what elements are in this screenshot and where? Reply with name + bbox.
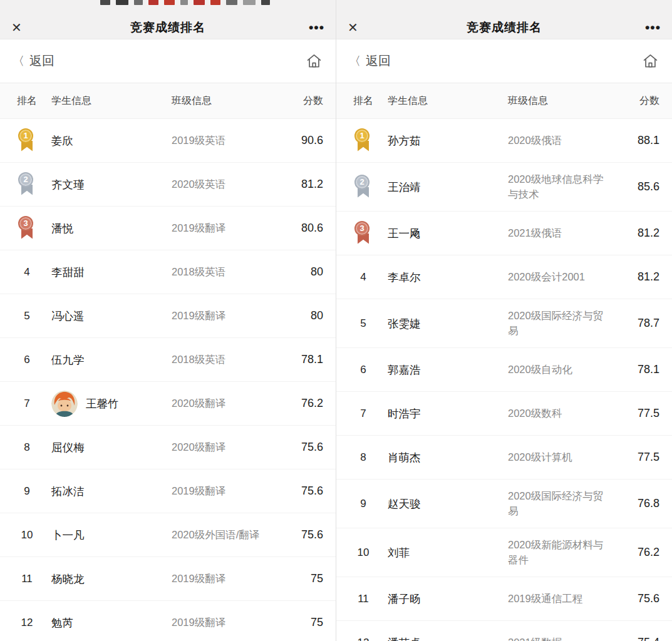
dual-screenshot-canvas: ✕ 竞赛成绩排名 ••• 〈 返回 排名 学生信息 班级信息 分数	[0, 0, 672, 641]
student-name: 王一飏	[388, 226, 421, 241]
score-value: 75	[273, 616, 323, 629]
rank-cell: 10	[13, 529, 41, 541]
header-class: 班级信息	[172, 95, 273, 108]
score-value: 75.6	[273, 528, 323, 541]
score-value: 76.2	[609, 546, 659, 559]
student-cell: 姜欣	[41, 133, 172, 148]
table-header: 排名 学生信息 班级信息 分数	[0, 83, 336, 119]
home-icon[interactable]	[304, 52, 323, 71]
status-strip	[0, 0, 336, 16]
class-info: 2019级翻译	[172, 221, 273, 236]
student-cell: 王馨竹	[41, 391, 172, 417]
student-cell: 潘悦	[41, 221, 172, 236]
score-value: 80	[273, 309, 323, 322]
score-value: 75.6	[273, 441, 323, 454]
cropped-banner-content	[100, 0, 270, 5]
table-row: 5 张雯婕 2020级国际经济与贸易 78.7	[336, 299, 672, 348]
class-info: 2020级翻译	[172, 396, 273, 411]
home-icon[interactable]	[641, 52, 659, 71]
student-cell: 郭嘉浩	[378, 362, 508, 377]
student-cell: 潘艺卓	[378, 635, 508, 641]
student-name: 卜一凡	[51, 528, 85, 543]
nav-bar: 〈 返回	[336, 39, 672, 83]
rank-cell: 5	[13, 310, 41, 322]
close-icon[interactable]: ✕	[348, 21, 373, 34]
table-row: 2 王治靖 2020级地球信息科学与技术 85.6	[336, 163, 672, 212]
table-row: 8 屈仪梅 2020级翻译 75.6	[0, 426, 336, 469]
table-row: 4 李甜甜 2018级英语 80	[0, 250, 336, 294]
student-name: 郭嘉浩	[388, 362, 421, 377]
student-avatar	[51, 391, 78, 417]
student-name: 拓冰洁	[51, 484, 85, 499]
score-value: 75.4	[609, 636, 659, 641]
rank-cell: 3	[13, 215, 41, 242]
student-name: 刘菲	[388, 545, 410, 560]
student-name: 潘子旸	[388, 592, 421, 607]
score-value: 90.6	[273, 134, 323, 147]
rank-cell: 7	[13, 397, 41, 410]
student-cell: 李卓尔	[378, 270, 508, 285]
rank-cell: 9	[13, 485, 41, 498]
student-name: 潘悦	[51, 221, 73, 236]
rank-cell: 9	[349, 498, 378, 510]
student-cell: 李甜甜	[41, 265, 172, 280]
rank-cell: 10	[349, 546, 378, 559]
table-row: 9 拓冰洁 2019级翻译 75.6	[0, 469, 336, 513]
ranking-panel-right: ✕ 竞赛成绩排名 ••• 〈 返回 排名 学生信息 班级信息 分数	[336, 0, 672, 641]
student-name: 潘艺卓	[388, 635, 421, 641]
rank-cell: 6	[13, 354, 41, 366]
table-row: 8 肖萌杰 2020级计算机 77.5	[336, 436, 672, 479]
gold-medal-icon: 1	[354, 128, 373, 154]
titlebar: ✕ 竞赛成绩排名 •••	[0, 16, 336, 39]
status-strip	[336, 0, 672, 16]
class-info: 2020级地球信息科学与技术	[508, 172, 609, 202]
score-value: 76.8	[609, 497, 659, 510]
table-row: 12 潘艺卓 2021级数据 75.4	[336, 621, 672, 641]
rank-cell: 4	[13, 266, 41, 279]
table-row: 10 刘菲 2020级新能源材料与器件 76.2	[336, 528, 672, 577]
more-menu-icon[interactable]: •••	[299, 25, 324, 30]
table-row: 3 王一飏 2021级俄语 81.2	[336, 212, 672, 255]
score-value: 81.2	[609, 270, 659, 284]
header-student: 学生信息	[41, 95, 172, 108]
more-menu-icon[interactable]: •••	[636, 25, 661, 30]
class-info: 2019级通信工程	[508, 592, 609, 607]
class-info: 2019级英语	[172, 133, 273, 148]
class-info: 2019级翻译	[172, 484, 273, 499]
student-cell: 冯心遥	[41, 309, 172, 324]
rank-cell: 4	[349, 271, 378, 284]
rank-cell: 8	[13, 441, 41, 454]
back-button[interactable]: 〈 返回	[349, 53, 391, 69]
ranking-panel-left: ✕ 竞赛成绩排名 ••• 〈 返回 排名 学生信息 班级信息 分数	[0, 0, 336, 641]
class-info: 2020级会计2001	[508, 270, 609, 285]
class-info: 2021级俄语	[508, 226, 609, 241]
rank-cell: 7	[349, 408, 378, 420]
close-icon[interactable]: ✕	[11, 21, 36, 34]
rank-cell: 5	[349, 317, 378, 330]
student-name: 王治靖	[388, 180, 421, 195]
student-cell: 王治靖	[378, 180, 508, 195]
bronze-medal-icon: 3	[354, 220, 373, 247]
rank-cell: 1	[13, 128, 41, 154]
table-row: 4 李卓尔 2020级会计2001 81.2	[336, 255, 672, 299]
table-row: 9 赵天骏 2020级国际经济与贸易 76.8	[336, 479, 672, 528]
back-button[interactable]: 〈 返回	[13, 53, 54, 69]
chevron-left-icon: 〈	[13, 53, 24, 69]
table-row: 6 伍九学 2018级英语 78.1	[0, 338, 336, 382]
header-score: 分数	[609, 95, 659, 108]
student-cell: 杨晓龙	[41, 572, 172, 587]
student-cell: 齐文瑾	[41, 177, 172, 192]
class-info: 2021级数据	[508, 635, 609, 641]
gold-medal-icon: 1	[18, 128, 36, 154]
header-score: 分数	[273, 95, 323, 108]
rank-cell: 6	[349, 364, 378, 376]
score-value: 85.6	[609, 180, 659, 193]
student-name: 肖萌杰	[388, 450, 421, 465]
class-info: 2020级新能源材料与器件	[508, 538, 609, 568]
student-cell: 卜一凡	[41, 528, 172, 543]
class-info: 2020级外国语/翻译	[172, 528, 273, 543]
table-row: 3 潘悦 2019级翻译 80.6	[0, 207, 336, 250]
table-row: 7	[0, 382, 336, 426]
header-student: 学生信息	[378, 95, 508, 108]
student-name: 赵天骏	[388, 496, 421, 511]
